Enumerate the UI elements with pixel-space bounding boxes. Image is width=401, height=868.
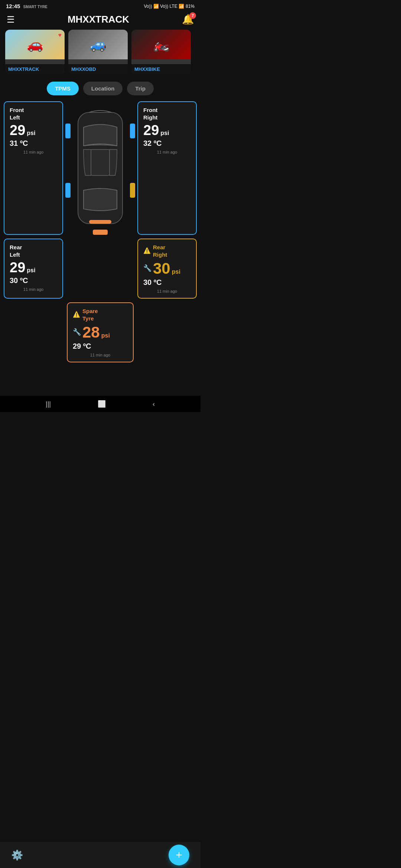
app-title: MHXXTRACK <box>68 14 129 25</box>
nav-recent-icon[interactable]: ||| <box>46 400 51 408</box>
app-header: ☰ MHXXTRACK 🔔 7 <box>0 11 200 30</box>
vehicle-card-mhxxtrack[interactable]: 🚗 ♥ MHXXTRACK <box>5 30 65 74</box>
warn-icon-spare: ⚠️ <box>73 311 80 318</box>
vehicle-card-mhxxobd[interactable]: 🚙 MHXXOBD <box>68 30 128 74</box>
tire-fr-label: FrontRight <box>143 106 191 121</box>
warn-icon-rr: ⚠️ <box>143 247 151 254</box>
tire-rr-psi-num: 30 <box>153 260 170 277</box>
tire-fr-psi-num: 29 <box>143 122 159 138</box>
tire-rl-time: 11 min ago <box>10 287 57 292</box>
tpms-container: FrontLeft 29 psi 31 ºC 11 min ago <box>0 101 200 366</box>
tire-rr-psi-unit: psi <box>172 269 180 275</box>
nav-back-icon[interactable]: ‹ <box>153 400 155 408</box>
status-right: Vo)) 📶 Vo)) LTE 📶 81% <box>144 4 195 9</box>
tire-indicator-rr <box>130 183 135 198</box>
car-svg <box>71 101 130 235</box>
tire-fr-temp: 32 ºC <box>143 139 191 148</box>
svg-rect-1 <box>91 149 110 175</box>
tire-fr-time: 11 min ago <box>143 150 191 154</box>
tire-rl-psi-unit: psi <box>27 267 35 274</box>
tyre-icon-spare: 🔧 <box>73 328 81 336</box>
tire-fr-psi: 29 psi <box>143 122 191 138</box>
favorite-icon: ♥ <box>58 32 62 39</box>
tire-front-left: FrontLeft 29 psi 31 ºC 11 min ago <box>4 101 63 235</box>
tyre-icon-rr: 🔧 <box>143 264 151 272</box>
tab-location[interactable]: Location <box>83 82 123 95</box>
status-time: 12:45 SMART TYRE <box>6 3 48 9</box>
tab-trip[interactable]: Trip <box>127 82 154 95</box>
svg-rect-2 <box>89 220 111 224</box>
vehicle-label-mhxxobd: MHXXOBD <box>68 64 128 74</box>
vehicle-card-mhxxbike[interactable]: 🏍️ MHXXBIKE <box>131 30 191 74</box>
notification-bell[interactable]: 🔔 7 <box>182 14 194 25</box>
tire-rl-psi-num: 29 <box>10 260 25 276</box>
tire-spare-psi: 28 psi <box>82 323 110 341</box>
tire-rr-temp: 30 ºC <box>143 278 191 287</box>
battery-icon: 81% <box>186 4 195 9</box>
smart-tyre-label: SMART TYRE <box>23 5 48 9</box>
tire-rl-temp: 30 ºC <box>10 276 57 285</box>
tire-fr-psi-unit: psi <box>160 130 169 137</box>
tire-spare-psi-num: 28 <box>82 323 100 341</box>
signal-icon: Vo)) 📶 Vo)) LTE 📶 <box>144 4 184 9</box>
tire-rr-time: 11 min ago <box>143 289 191 293</box>
tire-rear-left: RearLeft 29 psi 30 ºC 11 min ago <box>4 239 63 299</box>
grid-spacer-bottom <box>67 239 134 299</box>
tab-tpms[interactable]: TPMS <box>47 82 79 95</box>
tire-rr-psi: 30 psi <box>153 260 180 277</box>
vehicle-label-mhxxbike: MHXXBIKE <box>131 64 191 74</box>
tire-spare: ⚠️ SpareTyre 🔧 28 psi 29 ºC 11 min ago <box>67 302 134 362</box>
car-outline-svg <box>71 101 130 235</box>
nav-home-icon[interactable]: ⬜ <box>98 400 106 408</box>
tire-spare-time: 11 min ago <box>73 353 128 357</box>
android-nav: ||| ⬜ ‹ <box>0 396 200 412</box>
tire-indicator-fr <box>130 124 135 138</box>
tire-fl-psi-num: 29 <box>10 122 25 138</box>
tire-rl-psi: 29 psi <box>10 260 57 276</box>
tire-indicator-spare <box>93 230 108 235</box>
status-bar: 12:45 SMART TYRE Vo)) 📶 Vo)) LTE 📶 81% <box>0 0 200 11</box>
tire-indicator-fl <box>65 124 71 138</box>
hamburger-menu[interactable]: ☰ <box>7 14 15 25</box>
tire-rl-label: RearLeft <box>10 244 57 258</box>
tire-fl-label: FrontLeft <box>10 106 57 121</box>
tire-rear-right: ⚠️ RearRight 🔧 30 psi 30 ºC 11 min ago <box>137 239 197 299</box>
tpms-section: FrontLeft 29 psi 31 ºC 11 min ago <box>0 101 200 396</box>
tire-indicator-rl <box>65 183 71 198</box>
tire-spare-label: SpareTyre <box>82 308 98 322</box>
tab-bar: TPMS Location Trip <box>0 79 200 101</box>
vehicle-label-mhxxtrack: MHXXTRACK <box>5 64 65 74</box>
tire-front-right: FrontRight 29 psi 32 ºC 11 min ago <box>137 101 197 235</box>
spare-tyre-row: ⚠️ SpareTyre 🔧 28 psi 29 ºC 11 min ago <box>4 302 197 362</box>
tire-fl-psi: 29 psi <box>10 122 57 138</box>
car-diagram <box>67 101 134 235</box>
tire-spare-psi-unit: psi <box>101 332 110 339</box>
tire-fl-temp: 31 ºC <box>10 139 57 148</box>
tire-grid: FrontLeft 29 psi 31 ºC 11 min ago <box>4 101 197 299</box>
tire-fl-psi-unit: psi <box>27 130 35 137</box>
tire-fl-time: 11 min ago <box>10 150 57 154</box>
vehicle-list: 🚗 ♥ MHXXTRACK 🚙 MHXXOBD 🏍️ MHXXBIKE <box>0 30 200 79</box>
tire-spare-temp: 29 ºC <box>73 342 128 351</box>
tire-rr-label: RearRight <box>153 244 167 258</box>
notif-count: 7 <box>189 12 196 19</box>
